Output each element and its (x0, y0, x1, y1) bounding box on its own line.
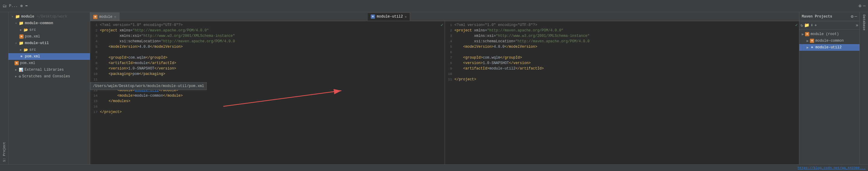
code-line: 1 <?xml version="1.0" encoding="UTF-8"?> (445, 22, 799, 28)
code-line: 14 <module>module-common</module> (90, 93, 444, 99)
code-line: 4 xsi:schemaLocation="http://maven.apach… (90, 39, 444, 44)
tab-close-icon[interactable]: ✕ (114, 15, 116, 19)
code-line: 5 <modelVersion>4.0.0</modelVersion> (90, 44, 444, 49)
maven-panel: Maven Projects ⚙ — ↻ 📁 ⬇ + » ▶ m module … (799, 12, 860, 164)
chevron-right-icon: ▶ (19, 28, 22, 31)
tree-item-module-common[interactable]: ▾ 📁 module-common (8, 20, 90, 27)
tree-item-extlib[interactable]: ▶ 📊 External Libraries (8, 66, 90, 73)
maven-item-module-util2[interactable]: ▶ m module-util2 (799, 44, 860, 51)
code-line: 9 <version>1.0-SNAPSHOT</version> (90, 66, 444, 71)
add-icon[interactable]: ⊕ (20, 3, 23, 8)
editor-area: m module ✕ m module-util2 ✕ ✓ (90, 12, 799, 164)
top-bar-controls: ⚙ — (859, 3, 866, 8)
tree-label: Scratches and Consoles (22, 74, 70, 78)
tree-label: module (21, 14, 34, 19)
left-code-area[interactable]: ✓ 1 <?xml version="1.0" encoding="UTF-8"… (90, 21, 444, 164)
code-line: 5 <modelVersion>4.0.0</modelVersion> (445, 44, 799, 49)
code-line: 3 xmlns:xsi="http://www.w3.org/2001/XMLS… (90, 33, 444, 39)
tree-label: pom.xml (20, 61, 35, 65)
maven-toolbar: ↻ 📁 ⬇ + » (799, 21, 860, 30)
chevron-down-icon: ▾ (14, 42, 18, 45)
maven-tree: ▶ m module (root) ▶ m module-common ▶ m … (799, 30, 860, 164)
code-line: 7 <groupId>com.wqlm</groupId> (90, 55, 444, 61)
src-icon: 📂 (24, 28, 28, 32)
tree-label: pom.xml (25, 55, 40, 59)
code-line: 17 </project> (90, 109, 444, 115)
maven-item-module[interactable]: ▶ m module (root) (799, 31, 860, 37)
tree-item-pom-common[interactable]: m pom.xml (8, 33, 90, 40)
code-line: 2 <project xmlns="http://maven.apache.or… (445, 28, 799, 33)
scratches-icon: ⚙ (19, 74, 21, 79)
tab-close-icon[interactable]: ✕ (405, 15, 407, 19)
maven-label: module (root) (810, 32, 839, 36)
settings-icon[interactable]: ⚙ (859, 3, 861, 8)
top-bar: 🗂 P... ⊕ ⬌ ⚙ — (0, 0, 868, 12)
chevron-down-icon: ▾ (11, 15, 14, 18)
sidebar-label[interactable]: 1: Project (2, 142, 6, 162)
right-code-area[interactable]: ✓ 1 <?xml version="1.0" encoding="UTF-8"… (445, 21, 799, 164)
tree-subtitle: ~/Desktop/work (37, 14, 67, 19)
code-line: 3 xmlns:xsi="http://www.w3.org/2001/XMLS… (445, 33, 799, 39)
code-line: 10 (445, 71, 799, 77)
tree-item-module-root[interactable]: ▾ 📁 module ~/Desktop/work (8, 13, 90, 20)
chevron-right-icon: ▶ (19, 48, 22, 52)
src-icon: 📂 (24, 48, 28, 52)
code-line: 11 /Users/wqlm/Desktop/work/module/modul… (90, 77, 444, 82)
code-line: 1 <?xml version="1.0" encoding="UTF-8"?> (90, 22, 444, 28)
maven-icon: m (19, 55, 24, 59)
code-line: 15 </modules> (90, 99, 444, 104)
code-line: 7 <groupId>com.wqlm</groupId> (445, 55, 799, 61)
project-tree: ▾ 📁 module ~/Desktop/work ▾ 📁 module-com… (8, 12, 90, 164)
tab-module[interactable]: m module ✕ (90, 12, 120, 21)
tab-module-util2[interactable]: m module-util2 ✕ (368, 12, 410, 21)
tree-item-src-util[interactable]: ▶ 📂 src (8, 46, 90, 53)
sidebar-strip: 1: Project (0, 12, 8, 164)
folder-icon[interactable]: 📁 (804, 23, 809, 28)
maven-label: module-util2 (815, 45, 841, 49)
folder-icon: 📁 (15, 14, 20, 19)
minimize-icon[interactable]: — (863, 3, 866, 8)
folder-icon: 📁 (19, 21, 24, 26)
maven-icon: m (371, 14, 375, 19)
maven-icon: m (93, 15, 97, 19)
right-strip: Database (860, 12, 868, 164)
arrow-icon[interactable]: ⬌ (25, 3, 28, 8)
tree-item-root-pom[interactable]: m pom.xml (8, 60, 90, 66)
maven-panel-header: Maven Projects ⚙ — (799, 12, 860, 21)
minimize-icon[interactable]: — (855, 14, 857, 19)
refresh-icon[interactable]: ↻ (801, 23, 803, 28)
status-link[interactable]: https://blog.csdn.net/qq_443360... (798, 166, 866, 170)
folder-icon: 📁 (19, 41, 24, 46)
code-line: 11 </project> (445, 77, 799, 82)
code-line: 2 <project xmlns="http://maven.apache.or… (90, 28, 444, 33)
more-icon[interactable]: » (856, 23, 858, 28)
tree-item-pom-util[interactable]: m pom.xml (8, 53, 90, 60)
code-line: 6 (445, 49, 799, 55)
tree-item-module-util[interactable]: ▾ 📁 module-util (8, 40, 90, 46)
code-line: 16 (90, 104, 444, 109)
chevron-right-icon: ▶ (802, 32, 804, 37)
database-label[interactable]: Database (862, 14, 866, 31)
maven-panel-icons: ⚙ — (851, 14, 857, 19)
settings-icon[interactable]: ⚙ (851, 14, 853, 19)
tree-item-scratches[interactable]: ▶ ⚙ Scratches and Consoles (8, 73, 90, 80)
check-mark-icon: ✓ (441, 22, 443, 28)
tooltip-text: /Users/wqlm/Desktop/work/module/module-u… (93, 84, 204, 88)
code-line: 8 <artifactId>module</artifactId> (90, 61, 444, 66)
tree-label: src (29, 48, 36, 52)
tree-item-src-common[interactable]: ▶ 📂 src (8, 27, 90, 33)
check-mark-icon: ✓ (795, 22, 798, 28)
tab-label: module-util2 (377, 14, 403, 19)
maven-icon: m (810, 45, 814, 49)
project-icon: 🗂 (2, 4, 7, 8)
maven-panel-title: Maven Projects (802, 14, 832, 19)
maven-icon: m (805, 32, 809, 36)
add-icon[interactable]: + (814, 23, 817, 28)
tree-label: External Libraries (25, 68, 64, 72)
project-panel: ▾ 📁 module ~/Desktop/work ▾ 📁 module-com… (8, 12, 90, 164)
editors-container: ✓ 1 <?xml version="1.0" encoding="UTF-8"… (90, 21, 799, 164)
extlib-icon: 📊 (19, 68, 23, 72)
right-editor-pane: ✓ 1 <?xml version="1.0" encoding="UTF-8"… (445, 21, 799, 164)
download-icon[interactable]: ⬇ (810, 23, 813, 28)
maven-item-module-common[interactable]: ▶ m module-common (799, 37, 860, 44)
